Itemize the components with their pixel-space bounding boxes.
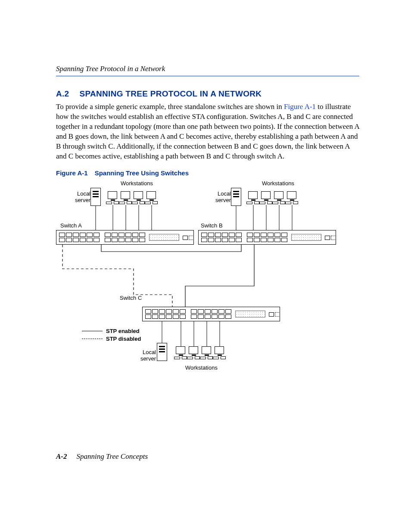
label-workstations-top-left: Workstations bbox=[121, 180, 153, 187]
label-local-server-a: Local server bbox=[68, 190, 90, 203]
figure-legend: STP enabled STP disabled bbox=[82, 327, 141, 343]
chapter-title: Spanning Tree Concepts bbox=[77, 452, 148, 460]
workstation-icon bbox=[287, 191, 297, 204]
workstation-icon bbox=[274, 191, 284, 204]
label-switch-c: Switch C bbox=[120, 295, 142, 301]
workstation-icon bbox=[176, 346, 186, 359]
legend-stp-disabled: STP disabled bbox=[82, 335, 141, 343]
workstation-icon bbox=[134, 191, 144, 204]
server-icon bbox=[231, 188, 241, 206]
label-switch-a: Switch A bbox=[60, 222, 82, 229]
body-paragraph: To provide a simple generic example, thr… bbox=[56, 102, 359, 162]
workstation-icon bbox=[146, 191, 157, 204]
section-heading: A.2SPANNING TREE PROTOCOL IN A NETWORK bbox=[56, 89, 359, 99]
workstation-icon bbox=[202, 346, 212, 359]
label-workstations-bottom: Workstations bbox=[185, 364, 218, 371]
workstation-icon bbox=[189, 346, 199, 359]
workstation-icon bbox=[121, 191, 131, 204]
workstation-icon bbox=[261, 191, 271, 204]
para-pre-link: To provide a simple generic example, thr… bbox=[56, 103, 284, 111]
figure-crossref-link[interactable]: Figure A-1 bbox=[284, 103, 316, 111]
legend-disabled-label: STP disabled bbox=[106, 336, 141, 342]
running-header: Spanning Tree Protocol in a Network bbox=[56, 65, 359, 76]
figure-number: Figure A-1 bbox=[56, 169, 88, 177]
figure-diagram: Workstations Workstations Local server L… bbox=[56, 183, 340, 376]
page-number: A-2 bbox=[56, 452, 67, 460]
workstation-icon bbox=[215, 346, 225, 359]
para-post-link: to illustrate how the switches would est… bbox=[56, 103, 359, 160]
dashed-line-icon bbox=[82, 339, 103, 339]
label-workstations-top-right: Workstations bbox=[262, 180, 294, 187]
label-local-server-b: Local server bbox=[209, 190, 231, 203]
switch-icon bbox=[142, 307, 280, 321]
page-footer: A-2Spanning Tree Concepts bbox=[56, 452, 148, 461]
switch-icon bbox=[198, 230, 336, 245]
label-switch-b: Switch B bbox=[201, 222, 223, 229]
solid-line-icon bbox=[82, 331, 103, 331]
switch-icon bbox=[56, 230, 194, 245]
legend-stp-enabled: STP enabled bbox=[82, 327, 141, 335]
figure-title: Spanning Tree Using Switches bbox=[95, 169, 189, 177]
figure-caption: Figure A-1Spanning Tree Using Switches bbox=[56, 169, 359, 177]
section-number: A.2 bbox=[56, 89, 69, 99]
label-local-server-c: Local server bbox=[134, 349, 156, 362]
legend-enabled-label: STP enabled bbox=[106, 328, 140, 334]
section-title: SPANNING TREE PROTOCOL IN A NETWORK bbox=[79, 89, 262, 98]
server-icon bbox=[157, 343, 167, 361]
workstation-icon bbox=[108, 191, 118, 204]
workstation-icon bbox=[248, 191, 258, 204]
page: Spanning Tree Protocol in a Network A.2S… bbox=[0, 0, 411, 532]
server-icon bbox=[90, 188, 101, 206]
